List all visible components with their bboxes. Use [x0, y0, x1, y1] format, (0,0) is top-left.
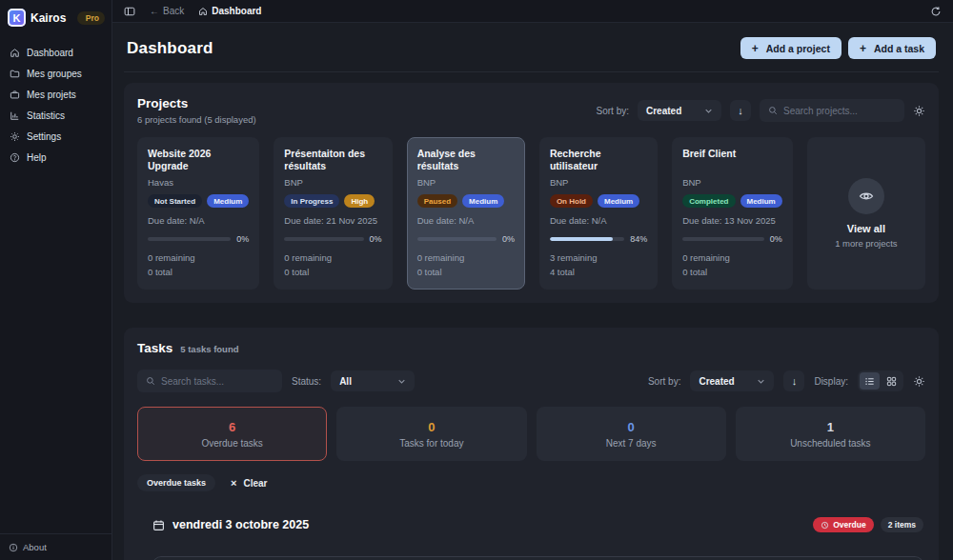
project-remaining: 0 remaining	[284, 251, 381, 266]
stat-value: 1	[827, 420, 834, 434]
status-badge: In Progress	[284, 194, 339, 208]
project-total: 0 total	[417, 266, 515, 280]
logo-row: K Kairos Pro	[0, 0, 112, 34]
priority-badge: Medium	[740, 194, 782, 208]
progress-percent: 0%	[236, 234, 249, 244]
projects-settings-gear-icon[interactable]	[913, 105, 925, 117]
project-title: Présentaiton des résultats	[284, 148, 381, 173]
progress-percent: 84%	[630, 234, 647, 244]
page-header: Dashboard + Add a project + Add a task	[124, 23, 939, 72]
projects-search-box	[760, 99, 904, 122]
topbar: ← Back Dashboard	[112, 0, 953, 23]
sidebar-item-settings[interactable]: Settings	[6, 128, 106, 146]
active-filters-row: Overdue tasks × Clear	[137, 474, 925, 491]
view-all-label: View all	[847, 223, 885, 234]
stat-value: 6	[229, 420, 235, 434]
task-card[interactable]: Planification des entretiens	[152, 556, 923, 560]
project-remaining: 0 remaining	[682, 251, 782, 266]
sidebar: K Kairos Pro Dashboard Mes groupes Mes p…	[0, 0, 112, 560]
project-title: Website 2026 Upgrade	[148, 148, 249, 173]
stat-card-next-7-days[interactable]: 0 Next 7 days	[537, 407, 726, 461]
progress-track	[682, 237, 764, 241]
home-icon	[10, 48, 20, 58]
sidebar-item-mes-groupes[interactable]: Mes groupes	[6, 65, 106, 83]
tasks-count: 5 tasks found	[180, 344, 238, 354]
list-view-icon	[864, 376, 875, 387]
display-list-button[interactable]	[860, 372, 880, 390]
back-button[interactable]: ← Back	[150, 6, 184, 16]
tasks-panel: Tasks 5 tasks found Status: All	[124, 328, 939, 560]
folder-icon	[10, 69, 20, 79]
sidebar-item-help[interactable]: Help	[6, 149, 106, 167]
tasks-filter-row: Status: All Sort by: Created	[137, 370, 925, 392]
view-all-sublabel: 1 more projects	[835, 238, 897, 249]
sidebar-toggle-icon[interactable]	[124, 6, 135, 17]
refresh-icon[interactable]	[930, 6, 942, 17]
calendar-icon	[152, 519, 165, 531]
stat-card-overdue[interactable]: 6 Overdue tasks	[137, 407, 327, 461]
project-card[interactable]: Website 2026 Upgrade Havas Not Started M…	[137, 137, 259, 290]
arrow-down-icon: ↓	[792, 375, 798, 387]
tasks-sort-dropdown[interactable]: Created	[690, 370, 774, 391]
plus-icon: +	[752, 42, 759, 55]
project-remaining: 0 remaining	[417, 251, 515, 266]
projects-sort-direction-button[interactable]: ↓	[730, 100, 751, 121]
tasks-settings-gear-icon[interactable]	[913, 375, 925, 388]
project-title: Recherche utilisateur	[550, 148, 647, 173]
priority-badge: Medium	[207, 194, 249, 208]
projects-panel: Projects 6 projects found (5 displayed) …	[124, 83, 939, 303]
sidebar-item-dashboard[interactable]: Dashboard	[6, 44, 106, 62]
overdue-status-badge: Overdue	[813, 517, 874, 532]
status-badge: On Hold	[550, 194, 593, 208]
grid-view-icon	[886, 376, 897, 387]
sidebar-item-statistics[interactable]: Statistics	[6, 107, 106, 125]
status-label: Status:	[292, 376, 321, 387]
main-column: ← Back Dashboard Dashboard + Add a proje…	[112, 0, 953, 560]
stat-value: 0	[428, 420, 435, 434]
tasks-header: Tasks 5 tasks found	[137, 341, 925, 355]
clear-filters-button[interactable]: × Clear	[231, 477, 267, 489]
display-toggle	[858, 370, 903, 391]
add-project-button[interactable]: + Add a project	[740, 37, 841, 59]
tasks-status-dropdown[interactable]: All	[331, 370, 415, 391]
breadcrumb[interactable]: Dashboard	[198, 6, 261, 16]
status-badge: Completed	[682, 194, 735, 208]
tasks-title: Tasks	[137, 341, 172, 355]
view-all-projects-card[interactable]: View all 1 more projects	[807, 137, 925, 290]
projects-header: Projects 6 projects found (5 displayed) …	[137, 96, 925, 125]
project-remaining: 0 remaining	[148, 251, 249, 266]
tasks-search-input[interactable]	[161, 376, 274, 387]
project-total: 0 total	[148, 266, 249, 280]
sidebar-item-mes-projets[interactable]: Mes projets	[6, 86, 106, 104]
search-icon	[146, 376, 155, 386]
stat-card-unscheduled[interactable]: 1 Unscheduled tasks	[736, 407, 925, 461]
search-icon	[768, 106, 778, 115]
progress-track	[417, 237, 497, 241]
progress-track	[550, 237, 624, 241]
stat-card-today[interactable]: 0 Tasks for today	[336, 407, 526, 461]
project-card[interactable]: Breif Client BNP Completed Medium Due da…	[672, 137, 793, 290]
project-cards-row: Website 2026 Upgrade Havas Not Started M…	[137, 137, 925, 290]
project-due-date: Due date: N/A	[148, 215, 249, 226]
info-icon	[9, 543, 18, 552]
project-title: Breif Client	[682, 148, 782, 173]
tasks-sort-direction-button[interactable]: ↓	[783, 370, 804, 391]
project-card-selected[interactable]: Analyse des résultats BNP Paused Medium …	[407, 137, 525, 290]
projects-sort-dropdown[interactable]: Created	[638, 100, 721, 121]
stat-label: Tasks for today	[399, 438, 463, 449]
kairos-logo-icon: K	[8, 9, 26, 27]
projects-search-input[interactable]	[783, 106, 896, 116]
project-client: BNP	[682, 177, 782, 188]
display-grid-button[interactable]	[882, 372, 902, 390]
chart-icon	[10, 110, 20, 121]
project-card[interactable]: Présentaiton des résultats BNP In Progre…	[274, 137, 392, 290]
overdue-filter-chip[interactable]: Overdue tasks	[137, 474, 215, 491]
about-link[interactable]: About	[0, 533, 112, 560]
page-title: Dashboard	[127, 39, 213, 58]
items-count-badge: 2 items	[881, 517, 923, 532]
chevron-down-icon	[397, 377, 406, 386]
project-title: Analyse des résultats	[417, 148, 515, 173]
project-card[interactable]: Recherche utilisateur BNP On Hold Medium…	[539, 137, 658, 290]
project-total: 4 total	[550, 266, 647, 280]
add-task-button[interactable]: + Add a task	[848, 37, 936, 59]
